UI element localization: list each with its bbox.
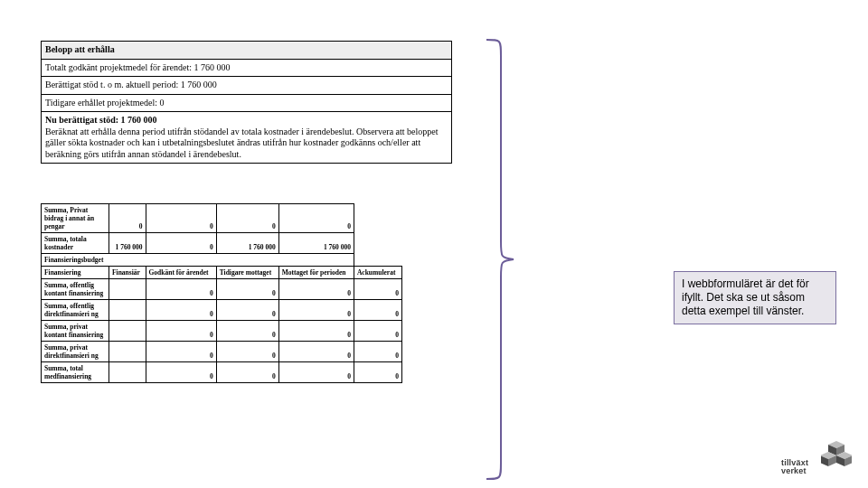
callout-text: I webbformuläret är det för ifyllt. Det … xyxy=(682,277,809,317)
cell: 0 xyxy=(278,342,354,362)
tillvaxtverket-logo: tillväxt verket xyxy=(781,441,852,475)
column-header-row: Finansiering Finansiär Godkänt för ärend… xyxy=(42,267,402,279)
table-row: Summa, Privat bidrag i annat än pengar 0… xyxy=(42,204,402,233)
cell: 0 xyxy=(354,362,401,383)
table-row: Summa, total medfinansiering 0 0 0 0 xyxy=(42,362,402,383)
cell: 0 xyxy=(354,321,401,342)
cell: 0 xyxy=(216,204,278,233)
table-row: Summa, offentlig kontant finansiering 0 … xyxy=(42,279,402,300)
cell: 0 xyxy=(278,204,354,233)
cell: 0 xyxy=(146,300,216,321)
row-label: Summa, total medfinansiering xyxy=(42,362,109,383)
row-label: Summa, privat direktfinansieri ng xyxy=(42,342,109,362)
col-header: Mottaget för perioden xyxy=(278,267,354,279)
cell: 0 xyxy=(278,321,354,342)
logo-line2: verket xyxy=(781,466,807,475)
table-row: Summa, privat kontant finansiering 0 0 0… xyxy=(42,321,402,342)
cell: 0 xyxy=(216,342,278,362)
table-row: Summa, offentlig direktfinansieri ng 0 0… xyxy=(42,300,402,321)
cell: 0 xyxy=(146,233,216,254)
logo-cubes-icon xyxy=(821,441,852,466)
cell: 0 xyxy=(146,342,216,362)
brace-icon xyxy=(479,38,515,481)
table-row: Summa, privat direktfinansieri ng 0 0 0 … xyxy=(42,342,402,362)
summary-table: Belopp att erhålla Totalt godkänt projek… xyxy=(41,41,452,164)
col-header: Godkänt för ärendet xyxy=(146,267,216,279)
cell: 0 xyxy=(278,300,354,321)
cell: 0 xyxy=(146,362,216,383)
summary-line: Tidigare erhållet projektmedel: 0 xyxy=(42,94,452,112)
cell: 0 xyxy=(146,279,216,300)
cell: 0 xyxy=(216,279,278,300)
row-label: Summa, totala kostnader xyxy=(42,233,109,254)
row-label: Summa, offentlig direktfinansieri ng xyxy=(42,300,109,321)
cell: 0 xyxy=(354,342,401,362)
col-header: Ackumulerat xyxy=(354,267,401,279)
col-header: Tidigare mottaget xyxy=(216,267,278,279)
cell: 0 xyxy=(216,321,278,342)
row-label: Summa, privat kontant finansiering xyxy=(42,321,109,342)
summary-explain: Beräknat att erhålla denna period utifrå… xyxy=(45,127,439,159)
cell: 0 xyxy=(278,279,354,300)
summary-line: Berättigat stöd t. o m. aktuell period: … xyxy=(42,77,452,95)
section-heading: Finansieringsbudget xyxy=(42,254,354,267)
cell: 1 760 000 xyxy=(109,233,146,254)
col-header: Finansiär xyxy=(109,267,146,279)
table-row: Summa, totala kostnader 1 760 000 0 1 76… xyxy=(42,233,402,254)
cell: 0 xyxy=(216,300,278,321)
logo-text: tillväxt verket xyxy=(781,459,808,475)
cell: 0 xyxy=(146,321,216,342)
summary-now-block: Nu berättigat stöd: 1 760 000 Beräknat a… xyxy=(42,112,452,164)
callout-box: I webbformuläret är det för ifyllt. Det … xyxy=(674,271,836,324)
row-label: Summa, offentlig kontant finansiering xyxy=(42,279,109,300)
summary-line: Totalt godkänt projektmedel för ärendet:… xyxy=(42,59,452,77)
cell: 1 760 000 xyxy=(216,233,278,254)
cell: 0 xyxy=(146,204,216,233)
cell: 0 xyxy=(278,362,354,383)
cell: 0 xyxy=(109,204,146,233)
summary-now-title: Nu berättigat stöd: 1 760 000 xyxy=(45,115,157,125)
cell: 0 xyxy=(354,279,401,300)
cell: 0 xyxy=(216,362,278,383)
cell: 0 xyxy=(354,300,401,321)
summary-title: Belopp att erhålla xyxy=(42,42,452,60)
detail-table: Summa, Privat bidrag i annat än pengar 0… xyxy=(41,203,402,383)
col-header: Finansiering xyxy=(42,267,109,279)
section-heading-row: Finansieringsbudget xyxy=(42,254,402,267)
row-label: Summa, Privat bidrag i annat än pengar xyxy=(42,204,109,233)
cell: 1 760 000 xyxy=(278,233,354,254)
